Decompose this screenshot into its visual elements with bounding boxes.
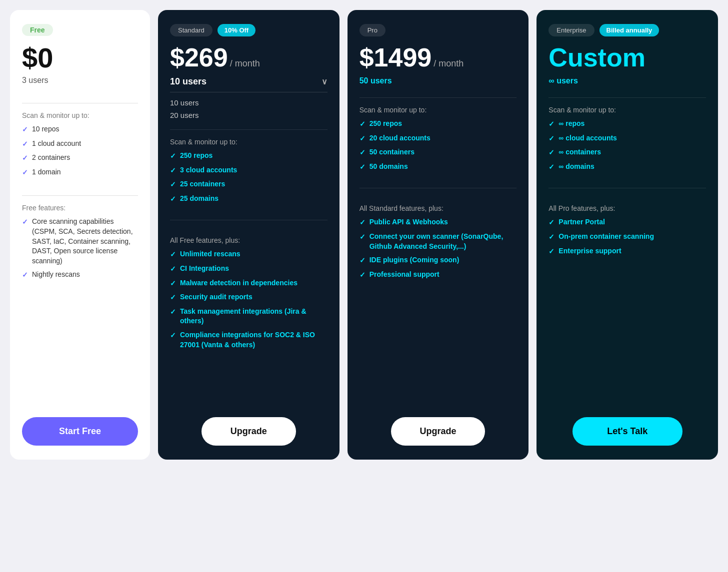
standard-divider-2 <box>170 220 328 220</box>
users-dropdown[interactable]: 10 users ∨ <box>170 76 328 92</box>
free-divider-1 <box>22 103 138 103</box>
list-item: ✓Connect your own scanner (SonarQube, Gi… <box>360 232 517 251</box>
check-icon: ✓ <box>360 148 366 158</box>
pro-badge: Pro <box>360 24 386 36</box>
pro-plus-list: ✓Public API & Webhooks ✓Connect your own… <box>360 217 517 284</box>
list-item: ✓25 domains <box>170 194 328 204</box>
feature-item: Connect your own scanner (SonarQube, Git… <box>370 232 517 251</box>
billed-annually-badge: Billed annually <box>600 24 660 36</box>
pro-divider <box>360 97 517 98</box>
feature-item: Enterprise support <box>558 246 621 256</box>
list-item: ✓∞ containers <box>548 147 706 158</box>
pro-scan-title: Scan & monitor up to: <box>360 106 517 114</box>
pro-header: Pro <box>360 24 517 36</box>
pro-per-month: / month <box>434 59 464 68</box>
feature-item: Public API & Webhooks <box>370 217 448 227</box>
check-icon: ✓ <box>170 166 176 176</box>
scan-item: 25 domains <box>180 194 218 204</box>
users-dropdown-label: 10 users <box>170 76 206 87</box>
list-item: ✓50 domains <box>360 162 517 172</box>
scan-item: 1 cloud account <box>32 139 81 149</box>
scan-item: 20 cloud accounts <box>370 133 430 143</box>
check-icon: ✓ <box>170 250 176 260</box>
check-icon: ✓ <box>22 153 28 163</box>
list-item: ✓250 repos <box>360 119 517 129</box>
lets-talk-button[interactable]: Let's Talk <box>572 417 682 446</box>
check-icon: ✓ <box>170 194 176 204</box>
check-icon: ✓ <box>170 331 176 341</box>
start-free-button[interactable]: Start Free <box>22 417 138 446</box>
standard-plus-list: ✓Unlimited rescans ✓CI Integrations ✓Mal… <box>170 249 328 354</box>
pro-price: $1499/ month <box>360 44 517 70</box>
list-item: ✓Compliance integrations for SOC2 & ISO … <box>170 330 328 350</box>
enterprise-scan-list: ✓∞ repos ✓∞ cloud accounts ✓∞ containers… <box>548 119 706 176</box>
standard-header: Standard 10% Off <box>170 24 328 36</box>
free-features-title: Free features: <box>22 204 138 212</box>
pro-plus-title: All Standard features, plus: <box>360 204 517 212</box>
feature-item: On-prem container scanning <box>558 232 654 242</box>
pro-upgrade-button[interactable]: Upgrade <box>391 417 486 446</box>
pro-price-value: $1499 <box>360 44 432 70</box>
scan-item: ∞ domains <box>558 162 594 172</box>
enterprise-plan-card: Enterprise Billed annually Custom ∞ user… <box>536 10 718 460</box>
standard-price-value: $269 <box>170 44 228 70</box>
enterprise-header: Enterprise Billed annually <box>548 24 706 36</box>
list-item: ✓3 cloud accounts <box>170 165 328 176</box>
discount-badge: 10% Off <box>218 24 256 36</box>
standard-plan-card: Standard 10% Off $269/ month 10 users ∨ … <box>158 10 340 460</box>
scan-item: ∞ containers <box>558 147 601 157</box>
pricing-container: Free $0 3 users Scan & monitor up to: ✓1… <box>10 10 718 460</box>
list-item: ✓Public API & Webhooks <box>360 217 517 228</box>
scan-item: 25 containers <box>180 179 225 189</box>
enterprise-plus-title: All Pro features, plus: <box>548 204 706 212</box>
scan-item: 50 domains <box>370 162 408 172</box>
list-item: ✓1 domain <box>22 167 138 178</box>
list-item: ✓Professional support <box>360 270 517 280</box>
check-icon: ✓ <box>548 232 554 242</box>
feature-item: Core scanning capabilities (CSPM, SCA, S… <box>32 217 138 266</box>
feature-item: Partner Portal <box>558 217 605 227</box>
pro-scan-list: ✓250 repos ✓20 cloud accounts ✓50 contai… <box>360 119 517 176</box>
feature-item: CI Integrations <box>180 264 229 274</box>
standard-cta-row: Upgrade <box>170 407 328 446</box>
list-item: ✓Nightly rescans <box>22 270 138 280</box>
check-icon: ✓ <box>170 307 176 317</box>
check-icon: ✓ <box>548 247 554 257</box>
chevron-down-icon: ∨ <box>322 77 328 86</box>
standard-badge: Standard <box>170 24 212 36</box>
users-option-20[interactable]: 20 users <box>170 109 328 121</box>
list-item: ✓Core scanning capabilities (CSPM, SCA, … <box>22 217 138 266</box>
standard-upgrade-button[interactable]: Upgrade <box>202 417 296 446</box>
free-features-list: ✓Core scanning capabilities (CSPM, SCA, … <box>22 217 138 280</box>
free-scan-list: ✓10 repos ✓1 cloud account ✓2 containers… <box>22 124 138 181</box>
list-item: ✓1 cloud account <box>22 139 138 149</box>
scan-item: 2 containers <box>32 153 70 163</box>
scan-item: 250 repos <box>180 151 212 161</box>
feature-item: IDE plugins (Coming soon) <box>370 255 460 265</box>
feature-item: Professional support <box>370 270 440 280</box>
free-divider-2 <box>22 195 138 196</box>
standard-scan-title: Scan & monitor up to: <box>170 138 328 146</box>
check-icon: ✓ <box>360 232 366 242</box>
list-item: ✓Malware detection in dependencies <box>170 278 328 289</box>
scan-item: 1 domain <box>32 167 61 177</box>
enterprise-users: ∞ users <box>548 76 706 85</box>
list-item: ✓Security audit reports <box>170 292 328 303</box>
users-option-10[interactable]: 10 users <box>170 96 328 109</box>
enterprise-scan-title: Scan & monitor up to: <box>548 106 706 114</box>
check-icon: ✓ <box>170 293 176 303</box>
list-item: ✓Unlimited rescans <box>170 249 328 260</box>
pro-users: 50 users <box>360 76 517 85</box>
scan-item: ∞ cloud accounts <box>558 133 617 143</box>
check-icon: ✓ <box>170 180 176 190</box>
scan-item: 10 repos <box>32 124 59 134</box>
check-icon: ✓ <box>22 139 28 149</box>
check-icon: ✓ <box>170 151 176 161</box>
list-item: ✓∞ repos <box>548 119 706 129</box>
check-icon: ✓ <box>22 270 28 280</box>
check-icon: ✓ <box>360 134 366 144</box>
enterprise-badge: Enterprise <box>548 24 594 36</box>
list-item: ✓10 repos <box>22 124 138 135</box>
enterprise-plus-list: ✓Partner Portal ✓On-prem container scann… <box>548 217 706 260</box>
list-item: ✓Partner Portal <box>548 217 706 228</box>
